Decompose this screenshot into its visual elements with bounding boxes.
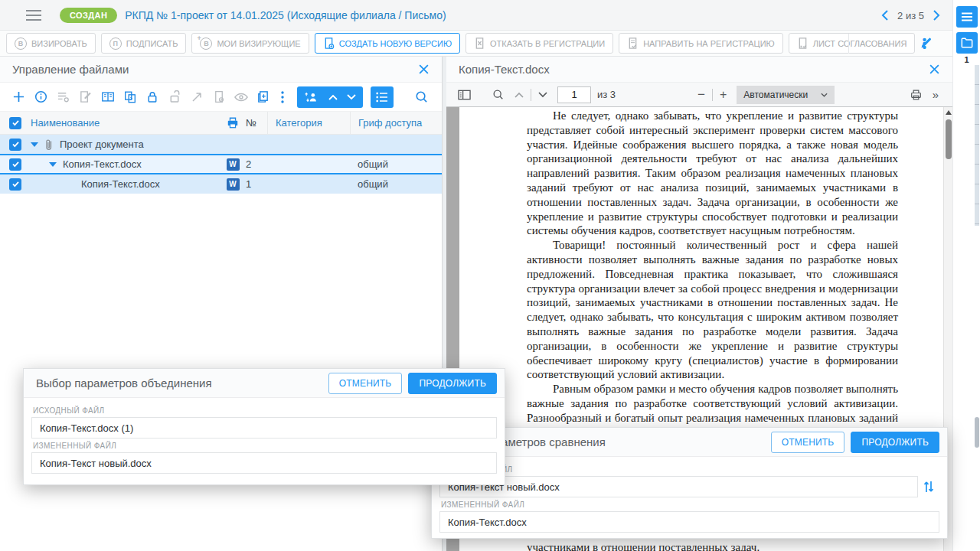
swap-files-icon[interactable] [918, 481, 939, 493]
sidebar-toggle-icon[interactable] [452, 90, 476, 100]
select-all-checkbox[interactable] [9, 117, 21, 129]
send-to-registration-button[interactable]: НАПРАВИТЬ НА РЕГИСТРАЦИЮ [619, 33, 783, 54]
merge-source-label: ИСХОДНЫЙ ФАЙЛ [33, 406, 495, 415]
column-access[interactable]: Гриф доступа [350, 112, 442, 134]
print-column-icon[interactable] [223, 117, 243, 129]
compare-split-icon[interactable] [96, 90, 119, 103]
search-icon[interactable] [415, 90, 428, 103]
compare-cancel-button[interactable]: ОТМЕНИТЬ [771, 432, 845, 453]
merge-source-input[interactable]: Копия-Текст.docx (1) [31, 417, 497, 439]
collapse-chevron-icon[interactable] [49, 162, 57, 167]
column-number[interactable]: № [243, 117, 267, 129]
column-name[interactable]: Наименование [31, 117, 223, 129]
versions-list-button[interactable] [371, 86, 394, 108]
visibility-group-button[interactable] [297, 86, 363, 108]
reject-registration-button[interactable]: ОТКАЗАТЬ В РЕГИСТРАЦИИ [466, 33, 613, 54]
expand-icon[interactable] [185, 91, 207, 103]
scroll-up-icon[interactable] [946, 110, 952, 115]
verify-document-icon[interactable] [207, 90, 230, 103]
merge-changed-label: ИЗМЕНЕННЫЙ ФАЙЛ [33, 442, 495, 450]
side-rail: 1 [952, 0, 980, 551]
approval-sheet-button[interactable]: ЛИСТ СОГЛАСОВАНИЯ [789, 33, 916, 54]
merge-files-icon[interactable] [119, 90, 141, 103]
viewer-title: Копия-Текст.docx [459, 63, 550, 76]
copy-file-icon[interactable] [252, 90, 274, 103]
paragraph: Товарищи! постоянный количественный рост… [527, 238, 898, 382]
viewer-more-tools-icon[interactable]: » [927, 88, 946, 101]
zoom-out-icon[interactable]: − [692, 87, 710, 103]
page-number-input[interactable] [557, 86, 591, 103]
file-row-version-2[interactable]: Копия-Текст.docx W 2 общий [0, 154, 442, 174]
new-version-icon [323, 37, 335, 50]
people-sort-icon [304, 91, 319, 103]
compare-continue-button[interactable]: ПРОДОЛЖИТЬ [851, 432, 939, 453]
sign-button[interactable]: П ПОДПИСАТЬ [101, 33, 187, 54]
merge-dialog-title: Выбор параметров объединения [36, 377, 328, 390]
merge-cancel-button[interactable]: ОТМЕНИТЬ [328, 373, 403, 394]
find-in-document-icon[interactable] [487, 89, 509, 100]
top-bar: СОЗДАН РКПД № 1-проект от 14.01.2025 (Ис… [0, 0, 952, 31]
row-checkbox[interactable] [9, 158, 21, 171]
viewer-close-icon[interactable] [929, 64, 940, 75]
lock-icon[interactable] [141, 90, 163, 103]
zoom-in-icon[interactable]: + [714, 88, 732, 102]
status-badge: СОЗДАН [60, 8, 117, 23]
compare-changed-label: ИЗМЕНЕННЫЙ ФАЙЛ [441, 500, 938, 509]
print-document-icon[interactable] [905, 90, 927, 100]
previous-page-icon[interactable] [509, 92, 529, 98]
paperclip-icon [44, 139, 54, 151]
rail-files-button[interactable] [956, 32, 978, 54]
page-count-label: из 3 [597, 89, 616, 100]
merge-parameters-dialog: Выбор параметров объединения ОТМЕНИТЬ ПР… [23, 368, 505, 485]
move-down-icon[interactable] [347, 94, 356, 100]
reject-registration-icon [474, 37, 485, 50]
edit-pencil-icon[interactable] [920, 37, 933, 50]
edit-document-icon[interactable] [74, 90, 96, 103]
next-page-icon[interactable] [533, 92, 553, 98]
rail-scroll-thumb[interactable] [975, 417, 979, 448]
compare-changed-input[interactable]: Копия-Текст.docx [439, 511, 939, 533]
record-pager: 2 из 5 [881, 0, 940, 31]
row-checkbox[interactable] [9, 178, 21, 191]
word-file-icon: W [227, 178, 240, 191]
row-checkbox[interactable] [9, 139, 21, 151]
create-new-version-button[interactable]: СОЗДАТЬ НОВУЮ ВЕРСИЮ [315, 33, 460, 54]
compare-source-input[interactable]: Копия-Текст новый.docx [439, 476, 918, 497]
viewer-header: Копия-Текст.docx [446, 57, 952, 83]
rail-scroll-ruler[interactable] [975, 65, 979, 226]
my-approvers-icon: + В [200, 37, 212, 50]
pager-next-icon[interactable] [933, 10, 940, 21]
list-settings-icon[interactable] [52, 90, 74, 103]
file-row-project[interactable]: Проект документа [0, 135, 442, 154]
file-row-label: Проект документа [60, 139, 144, 150]
file-toolbar [0, 83, 442, 112]
column-category[interactable]: Категория [267, 112, 350, 134]
word-file-icon: W [227, 158, 240, 171]
file-row-label: Копия-Текст.docx [81, 178, 160, 190]
merge-continue-button[interactable]: ПРОДОЛЖИТЬ [408, 373, 497, 394]
zoom-mode-select[interactable]: Автоматически [737, 86, 835, 104]
collapse-chevron-icon[interactable] [31, 142, 38, 147]
menu-hamburger-icon[interactable] [26, 7, 41, 24]
merge-changed-input[interactable]: Копия-Текст новый.docx [31, 452, 497, 474]
file-more-kebab-icon[interactable] [274, 91, 291, 103]
compare-parameters-dialog: Выбор параметров сравнения ОТМЕНИТЬ ПРОД… [431, 427, 948, 539]
file-panel-close-icon[interactable] [418, 64, 430, 75]
move-up-icon[interactable] [328, 94, 338, 100]
info-icon[interactable] [30, 90, 52, 103]
file-row-version-1[interactable]: Копия-Текст.docx W 1 общий [0, 174, 442, 194]
unlock-icon[interactable] [163, 90, 185, 103]
scrollbar-thumb[interactable] [946, 119, 952, 159]
paragraph: Не следует, однако забывать, что укрепле… [527, 109, 898, 238]
approve-button[interactable]: В ВИЗИРОВАТЬ [6, 33, 96, 54]
add-file-icon[interactable] [8, 90, 30, 103]
compare-source-label: ИСХОДНЫЙ ФАЙЛ [441, 465, 938, 474]
approve-icon: В [15, 37, 27, 50]
rail-menu-button[interactable] [956, 6, 978, 28]
rail-files-count: 1 [953, 55, 980, 64]
my-approvers-button[interactable]: + В МОИ ВИЗИРУЮЩИЕ [191, 33, 309, 54]
pager-text: 2 из 5 [897, 10, 924, 21]
send-to-registration-icon [627, 37, 639, 50]
preview-eye-icon[interactable] [230, 92, 252, 103]
pager-prev-icon[interactable] [881, 10, 888, 21]
